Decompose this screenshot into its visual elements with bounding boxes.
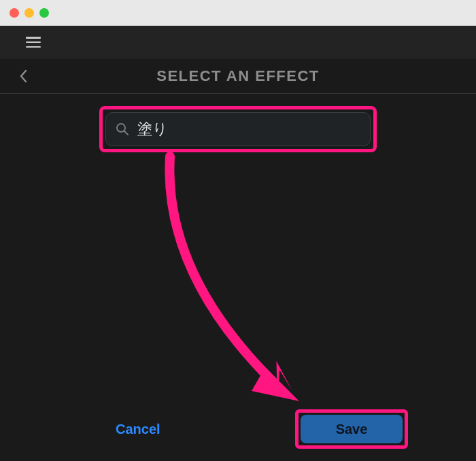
minimize-window-button[interactable] — [24, 8, 34, 18]
svg-point-0 — [117, 124, 125, 132]
svg-marker-3 — [252, 367, 299, 401]
svg-line-1 — [124, 131, 128, 135]
back-chevron-icon[interactable] — [19, 69, 27, 83]
cancel-button[interactable]: Cancel — [116, 422, 160, 437]
window-titlebar — [0, 0, 476, 26]
annotation-highlight-save: Save — [295, 409, 408, 449]
content-area — [0, 94, 476, 152]
annotation-highlight-search — [99, 106, 377, 152]
search-box[interactable] — [105, 112, 371, 146]
svg-marker-2 — [262, 361, 301, 403]
page-title: SELECT AN EFFECT — [156, 67, 320, 85]
annotation-arrow — [136, 150, 340, 408]
save-button[interactable]: Save — [301, 415, 403, 443]
search-icon — [116, 122, 129, 136]
hamburger-menu-icon[interactable] — [26, 37, 41, 48]
maximize-window-button[interactable] — [39, 8, 49, 18]
close-window-button[interactable] — [10, 8, 19, 18]
top-toolbar — [0, 26, 476, 58]
page-header: SELECT AN EFFECT — [0, 58, 476, 94]
footer-actions: Cancel Save — [0, 409, 476, 449]
search-input[interactable] — [137, 120, 360, 138]
